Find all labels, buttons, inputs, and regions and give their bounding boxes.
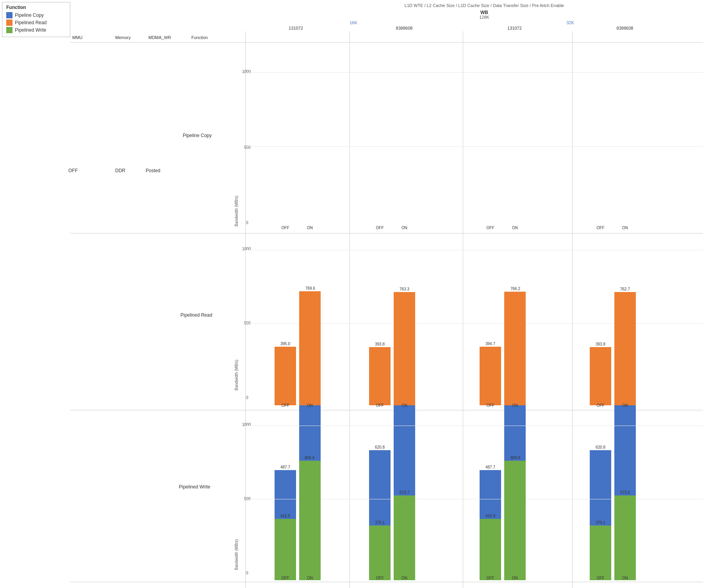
xlabel-r1-g2-on: ON <box>394 226 415 230</box>
xlabel-r2-g2-off: OFF <box>369 403 391 408</box>
bar-r1-g2-off-val: 620.8 <box>368 445 392 449</box>
gridline-r3-1000 <box>245 426 703 426</box>
bar-r3-g2-off-val: 370.1 <box>367 520 393 525</box>
vdiv-3 <box>463 31 463 588</box>
function-label-row3: Pipelined Write <box>179 484 210 490</box>
bar-r3-g2-on <box>394 495 415 580</box>
bar-r2-g1-off-val: 395.0 <box>273 342 298 346</box>
bar-r3-g3-on <box>504 461 526 580</box>
xlabel-r1-g4-off: OFF <box>590 226 611 230</box>
xlabel-r2-g4-off: OFF <box>590 403 611 408</box>
k128-label: 128K <box>273 15 695 20</box>
bar-r1-g1-off-val: 487.7 <box>273 465 297 469</box>
bar-r3-g3-off-val: 415.9 <box>478 514 503 518</box>
vdiv-4 <box>572 31 573 588</box>
xlabel-r1-g3-on: ON <box>504 226 526 230</box>
col-8388608-2: 8388608 <box>568 26 682 30</box>
bar-r2-g4-off <box>590 347 611 405</box>
yaxis-label-row2: Bandwidth (MB/s) <box>234 281 239 390</box>
gridline-r1-1000 <box>245 72 703 73</box>
bar-r2-g3-on-val: 766.2 <box>503 287 528 291</box>
xlabel-r1-g2-off: OFF <box>369 226 391 230</box>
bar-r2-g1-off <box>275 347 296 405</box>
bar-r3-g1-on <box>299 461 321 580</box>
xlabel-r2-g4-on: ON <box>614 403 636 408</box>
bar-r2-g2-off-val: 393.8 <box>367 342 393 346</box>
xlabel-r2-g3-off: OFF <box>480 403 501 408</box>
bar-r2-g2-off <box>369 347 391 405</box>
val-mdma: Posted <box>146 168 160 173</box>
bar-r3-g4-on-val: 573.5 <box>612 490 638 495</box>
ytick-r1-0: 0 <box>246 221 248 225</box>
xlabel-r3-g2-on: ON <box>394 576 415 580</box>
val-mmu: OFF <box>68 168 78 173</box>
col-131072-2: 131072 <box>463 26 566 30</box>
ytick-r2-1000: 1000 <box>242 247 251 251</box>
ytick-r1-500: 500 <box>244 145 251 150</box>
xlabel-r3-g3-off: OFF <box>480 576 501 580</box>
xlabel-r3-g4-off: OFF <box>590 576 611 580</box>
bar-r3-g3-on-val: 809.8 <box>503 456 528 460</box>
wb-label: WB <box>273 10 695 15</box>
gridline-r2-1000 <box>245 250 703 250</box>
vdiv-1 <box>245 31 246 588</box>
hdiv-top <box>70 42 703 43</box>
bar-r3-g4-off-val: 370.1 <box>588 520 613 525</box>
gridline-r1-500 <box>245 146 703 147</box>
hdiv-bottom <box>70 582 703 582</box>
bar-r3-g4-on <box>614 495 636 580</box>
bar-r2-g1-on-val: 769.6 <box>298 286 323 290</box>
xlabel-r1-g4-on: ON <box>614 226 636 230</box>
bar-r3-g2-off <box>369 526 391 580</box>
bar-r2-g4-off-val: 393.8 <box>588 342 613 346</box>
bar-r3-g2-on-val: 573.7 <box>392 490 417 495</box>
xlabel-r3-g1-on: ON <box>299 576 321 580</box>
xlabel-r3-g4-on: ON <box>614 576 636 580</box>
bar-r3-g1-off <box>275 519 296 580</box>
ytick-r1-1000: 1000 <box>242 69 251 74</box>
bar-r2-g3-off <box>480 347 501 405</box>
xlabel-r2-g1-off: OFF <box>275 403 296 408</box>
hdiv-row2 <box>70 410 703 410</box>
val-memory: DDR <box>115 168 125 173</box>
bar-r1-g3-off-val: 487.7 <box>478 465 502 469</box>
function-label-row1: Pipeline Copy <box>183 133 212 138</box>
chart-container: L1D WTE / L2 Cache Size / L1D Cache Size… <box>0 0 703 588</box>
bar-r1-g4-off-val: 620.8 <box>589 445 612 449</box>
bar-r3-g3-off <box>480 519 501 580</box>
header-function: Function <box>191 35 208 40</box>
vdiv-2 <box>350 31 350 588</box>
bar-r3-g4-off <box>590 526 611 580</box>
bar-r2-g3-on <box>504 292 526 405</box>
yaxis-label-row3: Bandwidth (MB/s) <box>234 461 239 570</box>
bar-r3-g1-off-val: 416.5 <box>273 514 298 518</box>
header-memory: Memory <box>115 35 131 40</box>
ytick-r3-1000: 1000 <box>242 422 251 427</box>
col-8388608-1: 8388608 <box>352 26 457 30</box>
bar-r3-g1-on-val: 809.4 <box>297 456 322 460</box>
xlabel-r1-g1-off: OFF <box>275 226 296 230</box>
xlabel-r2-g3-on: ON <box>504 403 526 408</box>
function-label-row2: Pipelined Read <box>180 312 212 318</box>
bar-r2-g2-on-val: 763.3 <box>392 287 417 291</box>
bar-r2-g3-off-val: 394.7 <box>478 342 503 346</box>
xlabel-r3-g3-on: ON <box>504 576 526 580</box>
hdiv-row1 <box>70 233 703 233</box>
16k-label: 16K <box>250 20 457 25</box>
ytick-r2-0: 0 <box>246 396 248 400</box>
bar-r2-g1-on <box>299 291 321 405</box>
header-mdma: MDMA_WR <box>148 35 171 40</box>
ytick-r3-0: 0 <box>246 571 248 575</box>
xlabel-r2-g1-on: ON <box>299 403 321 408</box>
xlabel-r3-g2-off: OFF <box>369 576 391 580</box>
xlabel-r1-g1-on: ON <box>299 226 321 230</box>
32k-label: 32K <box>467 20 674 25</box>
col-131072-1: 131072 <box>246 26 346 30</box>
xlabel-r3-g1-off: OFF <box>275 576 296 580</box>
xlabel-r1-g3-off: OFF <box>480 226 501 230</box>
xlabel-r2-g2-on: ON <box>394 403 415 408</box>
bar-r2-g4-on <box>614 292 636 405</box>
header-mmu: MMU <box>72 35 82 40</box>
bar-r2-g4-on-val: 762.7 <box>612 287 638 291</box>
top-header: L1D WTE / L2 Cache Size / L1D Cache Size… <box>273 3 695 8</box>
